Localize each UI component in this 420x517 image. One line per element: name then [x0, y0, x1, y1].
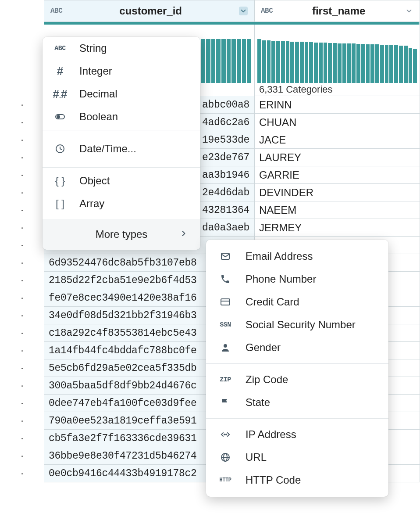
row-handle[interactable]: [0, 289, 44, 307]
histogram-bar: [380, 45, 384, 83]
histogram-bar: [356, 44, 360, 83]
histogram-bar: [231, 39, 236, 83]
type-option-integer[interactable]: # Integer: [43, 60, 200, 83]
row-handle[interactable]: [0, 412, 44, 430]
column-title: first_name: [273, 5, 405, 17]
type-option-zip[interactable]: ZIP Zip Code: [206, 368, 388, 391]
row-handle[interactable]: [0, 166, 44, 184]
row-handle[interactable]: [0, 272, 44, 289]
type-option-httpcode[interactable]: HTTP HTTP Code: [206, 469, 388, 492]
cell-first-name[interactable]: ERINN: [254, 96, 420, 114]
mail-icon: [218, 251, 232, 262]
row-handle[interactable]: [0, 114, 44, 131]
menu-item-label: Gender: [246, 341, 281, 354]
svg-point-6: [224, 344, 227, 348]
histogram-bar: [413, 49, 417, 83]
histogram-bar: [352, 43, 356, 83]
type-option-state[interactable]: State: [206, 391, 388, 414]
type-option-ssn[interactable]: SSN Social Security Number: [206, 313, 388, 336]
row-handle[interactable]: [0, 96, 44, 114]
menu-item-label: Decimal: [79, 88, 117, 100]
type-option-email[interactable]: Email Address: [206, 245, 388, 268]
menu-separator: [43, 217, 200, 217]
row-handle[interactable]: [0, 377, 44, 395]
menu-separator: [206, 363, 388, 364]
histogram-bar: [404, 46, 408, 83]
chevron-down-icon[interactable]: [405, 7, 413, 15]
row-handle[interactable]: [0, 149, 44, 166]
row-handle[interactable]: [0, 201, 44, 219]
svg-point-7: [224, 434, 225, 435]
type-option-datetime[interactable]: Date/Time...: [43, 132, 200, 165]
cell-first-name[interactable]: NAEEM: [254, 201, 420, 219]
row-handle[interactable]: [0, 395, 44, 412]
histogram-bar: [221, 39, 226, 83]
braces-icon: { }: [53, 175, 67, 187]
row-handle[interactable]: [0, 430, 44, 447]
histogram-bar: [399, 46, 403, 83]
type-option-phone[interactable]: Phone Number: [206, 268, 388, 291]
cell-first-name[interactable]: CHUAN: [254, 114, 420, 131]
histogram-first-name[interactable]: [254, 25, 420, 83]
histogram-bar: [342, 43, 346, 83]
histogram-bar: [227, 39, 231, 83]
cell-first-name[interactable]: JACE: [254, 131, 420, 149]
histogram-bar: [361, 44, 365, 83]
histogram-bar: [300, 42, 304, 83]
row-handle[interactable]: [0, 237, 44, 254]
row-handle[interactable]: [0, 184, 44, 201]
menu-separator: [43, 167, 200, 168]
zip-icon: ZIP: [218, 376, 232, 384]
row-handle[interactable]: [0, 307, 44, 324]
chevron-down-icon[interactable]: [239, 7, 248, 15]
row-handle[interactable]: [0, 219, 44, 237]
row-handle[interactable]: [0, 359, 44, 377]
type-option-url[interactable]: URL: [206, 446, 388, 469]
toggle-icon: [53, 111, 67, 122]
row-handle[interactable]: [0, 131, 44, 149]
cell-first-name[interactable]: LAUREY: [254, 149, 420, 166]
type-option-creditcard[interactable]: Credit Card: [206, 291, 388, 313]
categories-label: 6,331 Categories: [254, 83, 420, 96]
histogram-bar: [281, 41, 285, 83]
menu-separator: [206, 418, 388, 419]
abc-icon: ABC: [53, 45, 67, 52]
http-icon: HTTP: [218, 477, 232, 483]
row-handle[interactable]: [0, 342, 44, 359]
cell-first-name[interactable]: JERMEY: [254, 219, 420, 237]
type-option-gender[interactable]: Gender: [206, 336, 388, 359]
histogram-bar: [366, 44, 370, 83]
histogram-bar: [237, 39, 241, 83]
cell-first-name[interactable]: DEVINDER: [254, 184, 420, 201]
more-types-item[interactable]: More types: [43, 219, 200, 250]
ip-icon: [218, 429, 232, 440]
menu-separator: [43, 130, 200, 130]
histogram-bar: [276, 41, 280, 83]
row-handle[interactable]: [0, 254, 44, 272]
column-header-customer-id[interactable]: ABC customer_id: [44, 0, 254, 22]
credit-card-icon: [218, 297, 232, 307]
row-handle[interactable]: [0, 447, 44, 465]
type-option-object[interactable]: { } Object: [43, 169, 200, 192]
histogram-bar: [216, 39, 221, 83]
histogram-bar: [247, 39, 251, 83]
histogram-bar: [375, 44, 379, 83]
ssn-icon: SSN: [218, 321, 232, 329]
histogram-bar: [206, 39, 210, 83]
type-option-boolean[interactable]: Boolean: [43, 105, 200, 128]
histogram-bar: [314, 43, 318, 83]
menu-item-label: Phone Number: [246, 273, 316, 285]
histogram-bar: [347, 43, 351, 83]
type-option-decimal[interactable]: #.# Decimal: [43, 83, 200, 105]
column-header-first-name[interactable]: ABC first_name: [254, 0, 420, 22]
row-handle[interactable]: [0, 324, 44, 342]
histogram-bar: [295, 42, 299, 83]
histogram-bar: [338, 43, 342, 83]
type-option-string[interactable]: ABC String: [43, 37, 200, 60]
type-option-array[interactable]: [ ] Array: [43, 192, 200, 215]
type-menu: ABC String # Integer #.# Decimal Boolean…: [43, 37, 200, 250]
svg-rect-4: [221, 299, 230, 305]
row-handle[interactable]: [0, 465, 44, 482]
type-option-ip[interactable]: IP Address: [206, 423, 388, 446]
cell-first-name[interactable]: GARRIE: [254, 166, 420, 184]
